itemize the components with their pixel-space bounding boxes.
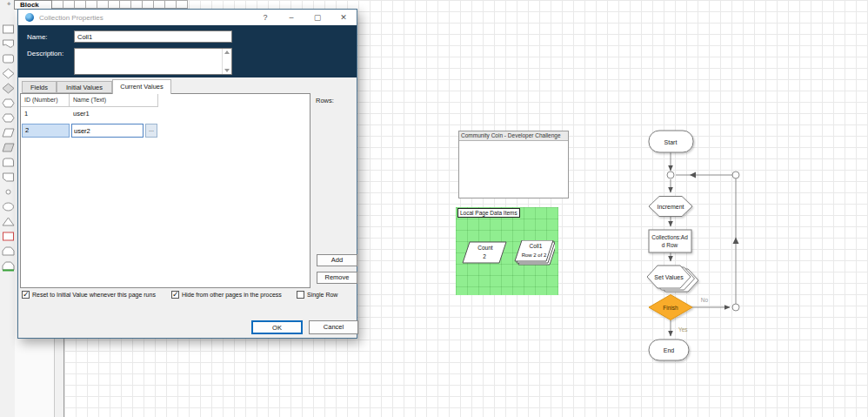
name-label: Name: [27, 33, 48, 41]
cancel-button[interactable]: Cancel [309, 320, 358, 334]
stencil-hexagon[interactable] [1, 97, 15, 109]
minimize-button[interactable]: – [278, 10, 304, 25]
description-scrollbar[interactable] [222, 49, 231, 74]
note-stage[interactable]: Community Coin - Developer Challenge [458, 131, 569, 198]
stencil-circle[interactable] [1, 185, 15, 198]
increment-label: Increment [657, 204, 684, 210]
addrow-label-1: Collections:Ad [651, 234, 688, 240]
stencil-rectangle[interactable] [1, 23, 15, 35]
stencil-parallelogram[interactable] [1, 126, 15, 138]
stencil-hexagon-alt[interactable] [1, 111, 15, 124]
coll1-row-indicator: Row 2 of 2 [522, 252, 547, 258]
tab-initial-values[interactable]: Initial Values [57, 81, 112, 93]
stencil-pentagon-green[interactable] [1, 259, 15, 272]
loop-corner-top[interactable] [732, 172, 739, 178]
cursor-icon: ⌖ [7, 0, 11, 9]
stencil-rectangle-red[interactable] [1, 230, 15, 242]
name-input[interactable] [74, 30, 232, 43]
stencil-parallelogram-filled[interactable] [1, 141, 15, 153]
stencil-flag[interactable] [1, 37, 15, 50]
data-item-count[interactable]: Count 2 [463, 242, 506, 263]
column-header-id[interactable]: ID (Number) [21, 94, 70, 107]
data-items-group[interactable]: Local Page Data Items Count 2 Coll1 Row … [456, 207, 558, 295]
coll1-label: Coll1 [530, 243, 543, 249]
add-button[interactable]: Add [317, 254, 357, 266]
dialog-title: Collection Properties [39, 14, 252, 22]
yes-label: Yes [678, 326, 688, 333]
description-input[interactable] [74, 48, 232, 75]
stencil-triangle[interactable] [1, 215, 15, 227]
maximize-button[interactable]: ▢ [304, 10, 331, 25]
finish-label: Finish [663, 305, 678, 311]
process-studio-window: Community Coin - Developer Challenge Loc… [0, 0, 868, 417]
rows-label: Rows: [316, 97, 334, 104]
addrow-label-2: d Row [662, 242, 678, 248]
checkbox-icon[interactable] [22, 291, 30, 299]
start-label: Start [664, 139, 678, 145]
stencil-pentagon[interactable] [1, 245, 15, 257]
no-label: No [701, 297, 709, 303]
loop-arrow-left [690, 172, 696, 178]
column-header-name[interactable]: Name (Text) [70, 94, 158, 107]
stencil-diamond-filled[interactable] [1, 82, 15, 94]
row1-name-cell[interactable]: user1 [70, 107, 158, 123]
scroll-up-icon[interactable] [224, 50, 230, 54]
stencil-shapes [1, 23, 15, 274]
end-label: End [664, 347, 675, 353]
junction-node[interactable] [667, 172, 674, 178]
tab-fields[interactable]: Fields [22, 81, 57, 93]
checkbox-hide-pages[interactable]: Hide from other pages in the process [171, 291, 282, 299]
dialog-header: Name: Description: [18, 25, 357, 77]
group-label: Local Page Data Items [457, 208, 520, 218]
stencil-diamond[interactable] [1, 67, 15, 79]
collection-properties-dialog: Collection Properties ? – ▢ ✕ Name: Desc… [17, 9, 357, 339]
stencil-rounded-rectangle[interactable] [1, 52, 15, 64]
remove-button[interactable]: Remove [317, 272, 357, 284]
checkbox-icon[interactable] [297, 291, 304, 299]
loop-arrow-up [733, 238, 739, 245]
stencil-ellipse[interactable] [1, 200, 15, 212]
collection-item-coll1[interactable]: Coll1 Row 2 of 2 [515, 240, 555, 265]
help-button[interactable]: ? [252, 10, 278, 25]
dialog-titlebar[interactable]: Collection Properties ? – ▢ ✕ [18, 10, 357, 25]
description-label: Description: [27, 50, 63, 57]
loop-corner-bottom[interactable] [732, 304, 739, 311]
options-row: Reset to Initial Value whenever this pag… [22, 291, 356, 301]
close-button[interactable]: ✕ [331, 10, 357, 25]
tab-current-values[interactable]: Current Values [112, 79, 171, 94]
stencil-document[interactable] [1, 171, 15, 183]
row1-id-cell[interactable]: 1 [21, 107, 70, 123]
count-value: 2 [483, 253, 486, 259]
row2-name-editor[interactable] [71, 124, 144, 138]
blueprism-icon [25, 13, 34, 22]
checkbox-single-row[interactable]: Single Row [297, 291, 337, 299]
ellipsis-button[interactable]: ... [145, 124, 157, 138]
values-table: ID (Number) Name (Text) 1 user1 2 ... [20, 93, 310, 288]
stencil-tab[interactable] [1, 156, 15, 168]
checkbox-icon[interactable] [171, 291, 179, 299]
checkbox-reset-initial[interactable]: Reset to Initial Value whenever this pag… [22, 291, 156, 299]
data-items: Count 2 Coll1 Row 2 of 2 [461, 240, 555, 270]
flowchart: Start Increment Collections:Ad d Row Set… [612, 118, 760, 370]
setvalues-label: Set Values [654, 274, 684, 280]
row2-id-cell-selected[interactable]: 2 [22, 124, 70, 138]
count-label: Count [477, 245, 493, 251]
scroll-down-icon[interactable] [224, 69, 230, 72]
note-title: Community Coin - Developer Challenge [459, 131, 568, 141]
ok-button[interactable]: OK [251, 320, 303, 334]
